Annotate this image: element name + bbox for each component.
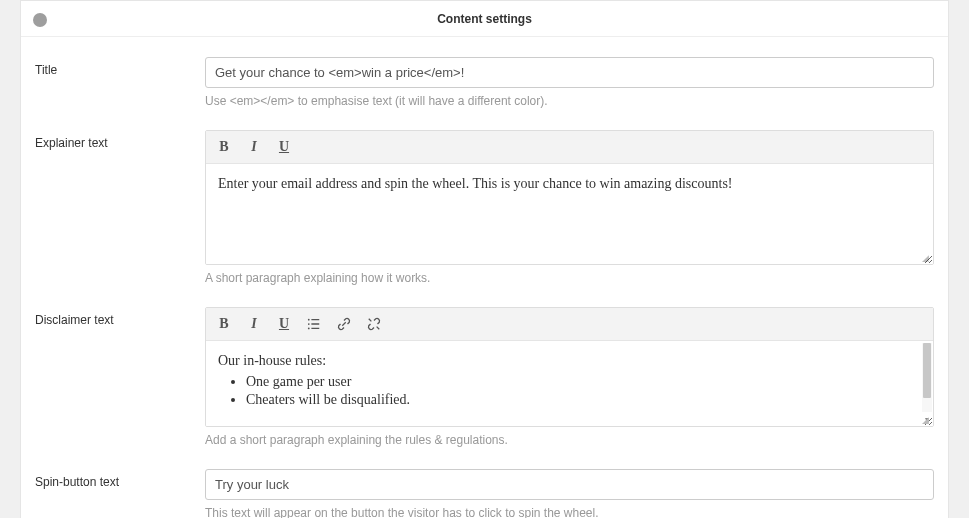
unlink-button[interactable] xyxy=(364,314,384,334)
svg-point-5 xyxy=(308,328,310,330)
explainer-content[interactable]: Enter your email address and spin the wh… xyxy=(206,164,933,264)
panel-title: Content settings xyxy=(437,12,532,26)
bold-button[interactable]: B xyxy=(214,137,234,157)
resize-grip-icon: ◢ xyxy=(922,253,932,263)
underline-button[interactable]: U xyxy=(274,137,294,157)
row-explainer: Explainer text B I U Enter your email ad… xyxy=(35,130,934,285)
disclaimer-list: One game per user Cheaters will be disqu… xyxy=(246,373,921,409)
row-disclaimer: Disclaimer text B I U xyxy=(35,307,934,447)
hint-title: Use <em></em> to emphasise text (it will… xyxy=(205,94,934,108)
panel-header: Content settings xyxy=(21,1,948,37)
list-icon xyxy=(307,317,321,331)
explainer-toolbar: B I U xyxy=(206,131,933,164)
disclaimer-toolbar: B I U xyxy=(206,308,933,341)
explainer-editor: B I U Enter your email address and spin … xyxy=(205,130,934,265)
svg-point-4 xyxy=(308,323,310,325)
label-explainer: Explainer text xyxy=(35,130,205,150)
underline-button[interactable]: U xyxy=(274,314,294,334)
italic-button[interactable]: I xyxy=(244,137,264,157)
scrollbar[interactable]: ▾ xyxy=(922,343,932,412)
label-spin-button: Spin-button text xyxy=(35,469,205,489)
link-button[interactable] xyxy=(334,314,354,334)
row-spin-button: Spin-button text This text will appear o… xyxy=(35,469,934,518)
svg-line-7 xyxy=(377,327,380,330)
disclaimer-content[interactable]: Our in-house rules: One game per user Ch… xyxy=(206,341,933,426)
list-item: One game per user xyxy=(246,373,921,391)
label-disclaimer: Disclaimer text xyxy=(35,307,205,327)
unlink-icon xyxy=(367,317,381,331)
scrollbar-thumb[interactable] xyxy=(923,343,931,398)
svg-line-6 xyxy=(369,319,372,322)
collapse-toggle-icon[interactable] xyxy=(33,13,47,27)
label-title: Title xyxy=(35,57,205,77)
hint-explainer: A short paragraph explaining how it work… xyxy=(205,271,934,285)
link-icon xyxy=(337,317,351,331)
row-title: Title Use <em></em> to emphasise text (i… xyxy=(35,57,934,108)
list-item: Cheaters will be disqualified. xyxy=(246,391,921,409)
list-button[interactable] xyxy=(304,314,324,334)
disclaimer-intro: Our in-house rules: xyxy=(218,353,921,369)
disclaimer-editor: B I U xyxy=(205,307,934,427)
spin-button-input[interactable] xyxy=(205,469,934,500)
content-settings-panel: Content settings Title Use <em></em> to … xyxy=(20,0,949,518)
svg-point-3 xyxy=(308,319,310,321)
hint-disclaimer: Add a short paragraph explaining the rul… xyxy=(205,433,934,447)
explainer-text: Enter your email address and spin the wh… xyxy=(218,176,733,191)
bold-button[interactable]: B xyxy=(214,314,234,334)
title-input[interactable] xyxy=(205,57,934,88)
hint-spin-button: This text will appear on the button the … xyxy=(205,506,934,518)
scroll-down-icon[interactable]: ▾ xyxy=(922,414,932,424)
italic-button[interactable]: I xyxy=(244,314,264,334)
form-body: Title Use <em></em> to emphasise text (i… xyxy=(21,37,948,518)
